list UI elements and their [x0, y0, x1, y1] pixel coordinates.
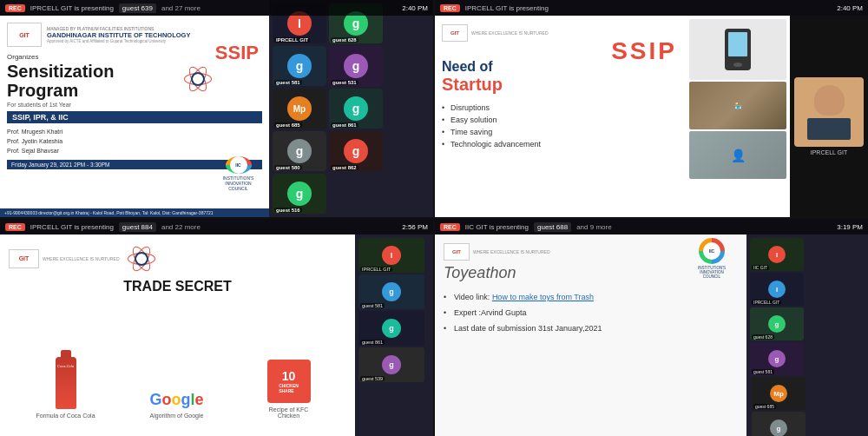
panel-br-header: REC IIC GIT is presenting guest 688 and … [435, 219, 868, 235]
for-students: For students of 1st Year [7, 102, 262, 108]
webcam-tr: IPRCELL GIT [790, 16, 868, 217]
slide-tr-content: GIT WHERE EXCELLENCE IS NURTURED SSIP Ne… [435, 16, 686, 217]
thumb-br-iprcell: I IPRCELL GIT [750, 273, 804, 306]
thumb-861: g guest 861 [329, 89, 383, 129]
time-br: 3:19 PM [837, 223, 863, 231]
phone-icon [725, 29, 751, 70]
git-logo-tr: GIT [442, 24, 468, 42]
toy-bullet-3: Last date of submission 31st January,202… [444, 320, 738, 336]
presenting-label-tr: IPRCELL GIT is presenting [465, 4, 549, 12]
trade-items: Coca-Cola Formula of Coca Cola Google Al… [9, 303, 346, 427]
panel-top-left: REC IPRCELL GIT is presenting guest 639 … [0, 0, 433, 217]
presenting-label-br: IIC GIT is presenting [465, 223, 529, 231]
startup-text: Startup [442, 75, 679, 95]
panel-bottom-left: REC IPRCELL GIT is presenting guest 884 … [0, 219, 433, 436]
atom-icon-bl [127, 243, 157, 274]
panel-tl-header: REC IPRCELL GIT is presenting guest 639 … [0, 0, 433, 16]
webcam-face [794, 77, 864, 147]
slide-br: GIT WHERE EXCELLENCE IS NURTURED Toyeath… [435, 235, 746, 436]
kfc-box: 10 CHICKENSHARE [267, 360, 311, 403]
atom-icon-tl [182, 63, 213, 94]
person-img: 👤 [689, 131, 786, 179]
bullet-4: Technologic advancement [442, 138, 679, 150]
ssip-tr: SSIP [611, 37, 677, 65]
kfc-num: 10 [282, 369, 296, 383]
rec-badge-br: REC [440, 223, 460, 231]
bullet-1: Disruptions [442, 102, 679, 114]
more-label-tl: and 27 more [161, 4, 201, 12]
thumb-516: g guest 516 [273, 174, 326, 214]
time-bl: 2:56 PM [402, 223, 428, 231]
toy-bullet-2: Expert :Arvind Gupta [444, 305, 738, 320]
main-grid: REC IPRCELL GIT is presenting guest 639 … [0, 0, 868, 436]
sensitization-title: Sensitization [7, 62, 262, 81]
toyeathon-title: Toyeathon [444, 264, 550, 282]
thumb-bl-iprcell: I IPRCELL GIT [358, 238, 424, 273]
time-tl: 2:40 PM [402, 4, 428, 12]
google-logo: Google [150, 391, 204, 409]
face-head [814, 85, 845, 116]
thumb-580: g guest 580 [273, 131, 326, 171]
thumb-area-br: I IIC GIT I IPRCELL GIT g guest 628 g gu… [746, 235, 868, 436]
iic-logo-br: IIC INSTITUTION'SINNOVATIONCOUNCIL [686, 243, 738, 274]
thumb-bl-581: g guest 581 [358, 274, 424, 309]
iic-circle-br: IIC [699, 238, 725, 264]
panel-bottom-right: REC IIC GIT is presenting guest 688 and … [435, 219, 868, 436]
trade-secret-title: TRADE SECRET [9, 279, 346, 294]
tags-box: SSIP, IPR, & IIC [7, 111, 262, 123]
contact-bar-tl: +91-9904430003 director@git.org.in Khatr… [0, 208, 269, 217]
panel-bl-header: REC IPRCELL GIT is presenting guest 884 … [0, 219, 433, 235]
git-logo-tl: GIT [7, 23, 42, 47]
kfc-text: CHICKENSHARE [279, 383, 299, 393]
git-logo-bl: GIT [9, 249, 39, 268]
webcam-label: IPRCELL GIT [811, 149, 848, 155]
rec-badge-bl: REC [5, 223, 25, 231]
thumb-br-col2: Mp guest 685 g guest 580 g guest 862 g g… [752, 377, 865, 436]
toy-bullet-1: Video link: How to make toys from Trash [444, 289, 738, 305]
thumb-862: g guest 862 [329, 131, 383, 171]
git-tagline-bl: WHERE EXCELLENCE IS NURTURED [43, 256, 120, 261]
thumb-area-bl: I IPRCELL GIT g guest 581 g guest 861 g … [355, 235, 433, 436]
bullet-list-tr: Disruptions Easy solution Time saving Te… [442, 102, 679, 150]
presenting-label-tl: IPRCELL GIT is presenting [30, 4, 114, 12]
thumb-br-685: Mp guest 685 [752, 377, 806, 410]
kfc-caption: Recipe of KFC Chicken [259, 406, 319, 419]
git-tagline-br: WHERE EXCELLENCE IS NURTURED [473, 249, 550, 254]
phone-img [689, 19, 786, 80]
panel-top-right: REC IPRCELL GIT is presenting 2:40 PM GI… [435, 0, 868, 217]
more-label-br: and 9 more [576, 223, 611, 231]
coca-cola-item: Coca-Cola Formula of Coca Cola [36, 357, 95, 419]
iic-logo-tl: IIC INSTITUTION'SINNOVATIONCOUNCIL [214, 156, 262, 191]
git-logo-bl-header: GIT WHERE EXCELLENCE IS NURTURED [9, 243, 346, 274]
program-title: Program [7, 81, 262, 100]
thumb-br-628: g guest 628 [750, 307, 804, 340]
institute-name: GANDHINAGAR INSTITUTE OF TECHNOLOGY [47, 31, 262, 39]
google-caption: Algorithm of Google [150, 413, 204, 419]
bullet-3: Time saving [442, 126, 679, 138]
coca-cola-caption: Formula of Coca Cola [36, 413, 95, 419]
thumb-br-col1: I IIC GIT I IPRCELL GIT g guest 628 g gu… [750, 238, 865, 375]
professors-tl: Prof. Mrugesh Khatri Prof. Jyotin Katesh… [7, 127, 262, 156]
video-link[interactable]: How to make toys from Trash [492, 293, 594, 301]
thumb-mp-bl: Mp guest 685 [273, 89, 326, 129]
git-logo-br: GIT [444, 243, 470, 261]
rec-badge-tr: REC [440, 4, 460, 12]
iic-text-br: INSTITUTION'SINNOVATIONCOUNCIL [698, 266, 726, 279]
bullet-2: Easy solution [442, 114, 679, 126]
thumb-br-580: g guest 580 [752, 412, 806, 436]
toy-bullets: Video link: How to make toys from Trash … [444, 289, 738, 427]
rec-badge-tl: REC [5, 4, 25, 12]
presenting-label-bl: IPRCELL GIT is presenting [30, 223, 114, 231]
slide-tr: GIT WHERE EXCELLENCE IS NURTURED SSIP Ne… [435, 16, 790, 217]
git-tagline-tr: WHERE EXCELLENCE IS NURTURED [471, 30, 549, 36]
thumb-581: g guest 581 [273, 46, 326, 86]
face-body [807, 118, 851, 140]
thumb-area-tl: I IPRCELL GIT g guest 628 g guest 581 g … [269, 0, 433, 217]
toyeathon-header: GIT WHERE EXCELLENCE IS NURTURED Toyeath… [444, 243, 738, 282]
guest-count-br: guest 688 [534, 222, 571, 232]
ssip-label-tl: SSIP [215, 42, 259, 64]
thumb-bl-861: g guest 861 [358, 311, 424, 346]
guest-count-bl: guest 884 [119, 222, 156, 232]
git-info-tl: MANAGED BY PLATINUM FACILITIES INSTITUTI… [47, 26, 262, 43]
time-tr: 2:40 PM [837, 4, 863, 12]
